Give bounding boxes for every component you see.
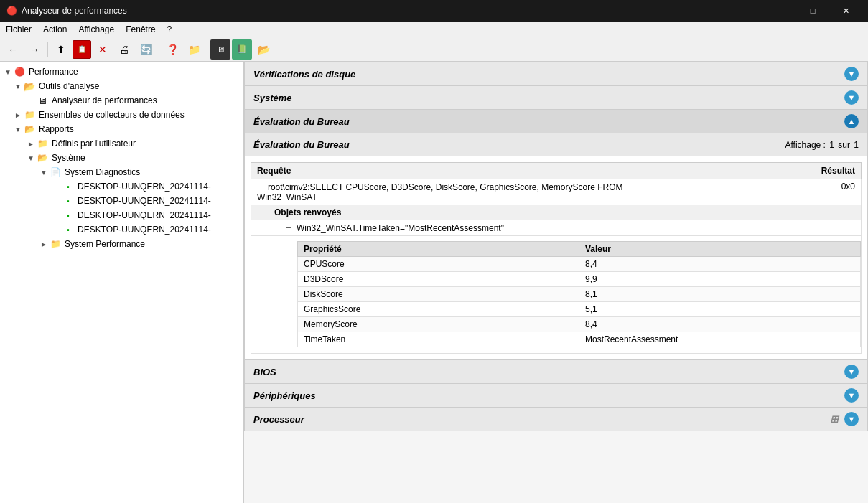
prop-val-2: 8,1 <box>579 287 861 302</box>
expand-sysperf[interactable]: ► <box>39 240 49 248</box>
tree-sysdiag[interactable]: ▼ 📄 System Diagnostics <box>0 165 243 179</box>
section-periph-chevron[interactable]: ▼ <box>844 388 859 403</box>
analyseur-icon: 🖥 <box>36 95 49 106</box>
delete-button[interactable]: ✕ <box>93 39 113 60</box>
prop-name-2: DiskScore <box>298 287 579 302</box>
section-bios-chevron[interactable]: ▼ <box>844 365 859 379</box>
desktop4-icon: ▪ <box>62 224 75 235</box>
help-button[interactable]: ❓ <box>162 39 182 60</box>
tree-ensembles[interactable]: ► 📁 Ensembles de collecteurs de données <box>0 108 243 122</box>
menu-action[interactable]: Action <box>37 22 73 37</box>
new-button[interactable]: 📋 <box>73 40 91 59</box>
refresh-button[interactable]: 🔄 <box>136 39 156 60</box>
tree-systeme[interactable]: ▼ 📂 Système <box>0 151 243 165</box>
expand-outils[interactable]: ▼ <box>13 83 23 90</box>
prop-name-3: GraphicsScore <box>298 302 579 317</box>
tree-sysperf[interactable]: ► 📁 System Performance <box>0 237 243 251</box>
tree-desktop-3[interactable]: ▪ DESKTOP-UUNQERN_20241114- <box>0 208 243 222</box>
tree-desktop3-label: DESKTOP-UUNQERN_20241114- <box>78 210 211 220</box>
props-row: Propriété Valeur CPUScore8,4D3DScore9,9D… <box>251 236 862 354</box>
returned-objects-row: Objets renvoyés <box>251 205 862 220</box>
tree-desktop-2[interactable]: ▪ DESKTOP-UUNQERN_20241114- <box>0 194 243 208</box>
menu-affichage[interactable]: Affichage <box>73 22 120 37</box>
winsat-cell: − Win32_WinSAT.TimeTaken="MostRecentAsse… <box>251 220 862 236</box>
props-row-5: TimeTakenMostRecentAssessment <box>298 332 861 347</box>
print-button[interactable]: 🖨 <box>114 39 134 60</box>
prop-name-0: CPUScore <box>298 257 579 272</box>
tree-sysdiag-label: System Diagnostics <box>65 167 140 177</box>
sysdiag-icon: 📄 <box>49 166 62 178</box>
winsat-row: − Win32_WinSAT.TimeTaken="MostRecentAsse… <box>251 220 862 236</box>
toolbar: ← → ⬆ 📋 ✕ 🖨 🔄 ❓ 📁 🖥 📗 📂 <box>0 37 868 62</box>
section-periph[interactable]: Périphériques ▼ <box>244 384 868 408</box>
green-button[interactable]: 📗 <box>232 39 252 60</box>
expand-ensembles[interactable]: ► <box>13 111 23 119</box>
bureau-section: Évaluation du Bureau Affichage : 1 sur 1… <box>244 133 868 360</box>
props-cell: Propriété Valeur CPUScore8,4D3DScore9,9D… <box>251 236 862 354</box>
expand-sysdiag[interactable]: ▼ <box>39 169 49 177</box>
main-layout: ▼ 🔴 Performance ▼ 📂 Outils d'analyse 🖥 A… <box>0 62 868 503</box>
sysperf-icon: 📁 <box>49 238 62 250</box>
menu-help[interactable]: ? <box>162 22 178 37</box>
sur-value: 1 <box>854 140 859 150</box>
section-periph-label: Périphériques <box>253 390 316 401</box>
menu-fenetre[interactable]: Fenêtre <box>120 22 161 37</box>
prop-val-4: 8,4 <box>579 317 861 332</box>
tree-outils[interactable]: ▼ 📂 Outils d'analyse <box>0 79 243 93</box>
section-processeur-chevron[interactable]: ▼ <box>844 412 859 426</box>
section-bureau-header[interactable]: Évaluation du Bureau ▲ <box>244 110 868 133</box>
expand-systeme[interactable]: ▼ <box>26 154 36 162</box>
tree-rapports[interactable]: ▼ 📂 Rapports <box>0 122 243 136</box>
winsat-expand-icon[interactable]: − <box>286 222 291 233</box>
props-row-2: DiskScore8,1 <box>298 287 861 302</box>
returned-objects-cell: Objets renvoyés <box>251 205 862 220</box>
expand-definis[interactable]: ► <box>26 140 36 148</box>
open-button[interactable]: 📂 <box>253 39 274 60</box>
tree-definis[interactable]: ► 📁 Définis par l'utilisateur <box>0 136 243 151</box>
forward-button[interactable]: → <box>24 39 45 60</box>
section-systeme-chevron[interactable]: ▼ <box>844 90 859 105</box>
col-resultat: Résultat <box>678 163 862 179</box>
tree-performance[interactable]: ▼ 🔴 Performance <box>0 65 243 79</box>
tree-desktop4-label: DESKTOP-UUNQERN_20241114- <box>78 225 211 235</box>
definis-icon: 📁 <box>36 138 49 149</box>
section-bureau-label: Évaluation du Bureau <box>253 116 350 127</box>
expand-performance[interactable]: ▼ <box>3 68 13 76</box>
section-verif-disque[interactable]: Vérifications de disque ▼ <box>244 62 868 86</box>
app-icon: 🔴 <box>6 5 17 17</box>
section-systeme[interactable]: Système ▼ <box>244 86 868 110</box>
section-bios-label: BIOS <box>253 367 276 377</box>
prop-name-4: MemoryScore <box>298 317 579 332</box>
desktop1-icon: ▪ <box>62 181 75 192</box>
query-table: Requête Résultat − root\cimv2:SELECT CPU… <box>251 162 862 354</box>
tree-definis-label: Définis par l'utilisateur <box>52 138 136 149</box>
tree-desktop-4[interactable]: ▪ DESKTOP-UUNQERN_20241114- <box>0 222 243 237</box>
close-button[interactable]: ✕ <box>829 0 862 22</box>
section-verif-chevron[interactable]: ▼ <box>844 67 859 81</box>
maximize-button[interactable]: □ <box>796 0 829 22</box>
sur-label: sur <box>838 140 850 150</box>
toolbar-sep-3 <box>207 42 207 57</box>
section-bios[interactable]: BIOS ▼ <box>244 360 868 384</box>
expand-minus-icon[interactable]: − <box>257 182 263 192</box>
up-button[interactable]: ⬆ <box>51 39 71 60</box>
expand-rapports[interactable]: ▼ <box>13 126 23 133</box>
col-propriete: Propriété <box>298 242 579 257</box>
section-bureau-chevron[interactable]: ▲ <box>844 114 859 128</box>
perf-icon: 🔴 <box>13 66 26 77</box>
back-button[interactable]: ← <box>3 39 23 60</box>
tree-analyseur[interactable]: 🖥 Analyseur de performances <box>0 93 243 108</box>
section-processeur[interactable]: Processeur ⊞ ▼ <box>244 408 868 431</box>
menu-fichier[interactable]: Fichier <box>0 22 37 37</box>
processeur-icon: ⊞ <box>830 413 839 425</box>
tree-sysperf-label: System Performance <box>65 239 145 249</box>
ensembles-icon: 📁 <box>23 109 36 121</box>
bureau-section-title: Évaluation du Bureau <box>253 139 350 150</box>
minimize-button[interactable]: − <box>763 0 796 22</box>
folder-button[interactable]: 📁 <box>184 39 204 60</box>
tree-desktop-1[interactable]: ▪ DESKTOP-UUNQERN_20241114- <box>0 179 243 194</box>
prop-name-1: D3DScore <box>298 272 579 287</box>
monitor-button[interactable]: 🖥 <box>210 39 230 60</box>
bureau-section-header: Évaluation du Bureau Affichage : 1 sur 1 <box>245 133 867 156</box>
query-row: − root\cimv2:SELECT CPUScore, D3DScore, … <box>251 179 862 205</box>
